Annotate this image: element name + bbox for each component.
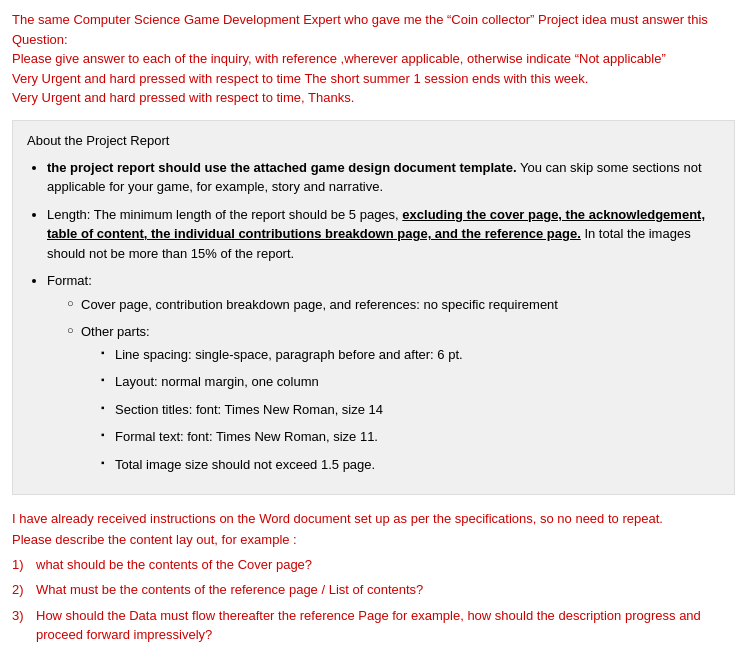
box-title: About the Project Report (27, 133, 720, 148)
bullet1-bold: the project report should use the attach… (47, 160, 517, 175)
intro-line3: Very Urgent and hard pressed with respec… (12, 69, 735, 89)
main-bullet-list: the project report should use the attach… (47, 158, 720, 475)
format-sub1: Cover page, contribution breakdown page,… (67, 295, 720, 315)
subsub1: Line spacing: single-space, paragraph be… (101, 345, 720, 365)
subsub2: Layout: normal margin, one column (101, 372, 720, 392)
format-sub2-text: Other parts: (81, 324, 150, 339)
intro-line2: Please give answer to each of the inquir… (12, 49, 735, 69)
format-sub-list: Cover page, contribution breakdown page,… (67, 295, 720, 475)
bottom-para2: Please describe the content lay out, for… (12, 530, 735, 551)
question1: 1) what should be the contents of the Co… (12, 555, 735, 575)
format-subsub-list: Line spacing: single-space, paragraph be… (101, 345, 720, 475)
subsub3: Section titles: font: Times New Roman, s… (101, 400, 720, 420)
question3-text: How should the Data must flow thereafter… (36, 606, 735, 645)
question2-text: What must be the contents of the referen… (36, 580, 423, 600)
bullet3-label: Format: (47, 273, 92, 288)
bullet3: Format: Cover page, contribution breakdo… (47, 271, 720, 474)
numbered-questions: 1) what should be the contents of the Co… (12, 555, 735, 645)
bullet2-start: Length: The minimum length of the report… (47, 207, 402, 222)
bottom-para1: I have already received instructions on … (12, 509, 735, 530)
bottom-section: I have already received instructions on … (12, 509, 735, 645)
intro-line4: Very Urgent and hard pressed with respec… (12, 88, 735, 108)
format-sub2: Other parts: Line spacing: single-space,… (67, 322, 720, 474)
subsub5: Total image size should not exceed 1.5 p… (101, 455, 720, 475)
question2: 2) What must be the contents of the refe… (12, 580, 735, 600)
bullet2: Length: The minimum length of the report… (47, 205, 720, 264)
project-report-box: About the Project Report the project rep… (12, 120, 735, 496)
question3: 3) How should the Data must flow thereaf… (12, 606, 735, 645)
question2-num: 2) (12, 580, 36, 600)
question3-num: 3) (12, 606, 36, 645)
subsub4: Formal text: font: Times New Roman, size… (101, 427, 720, 447)
format-sub1-text: Cover page, contribution breakdown page,… (81, 297, 558, 312)
bullet1: the project report should use the attach… (47, 158, 720, 197)
question1-text: what should be the contents of the Cover… (36, 555, 312, 575)
question1-num: 1) (12, 555, 36, 575)
intro-line1: The same Computer Science Game Developme… (12, 10, 735, 49)
